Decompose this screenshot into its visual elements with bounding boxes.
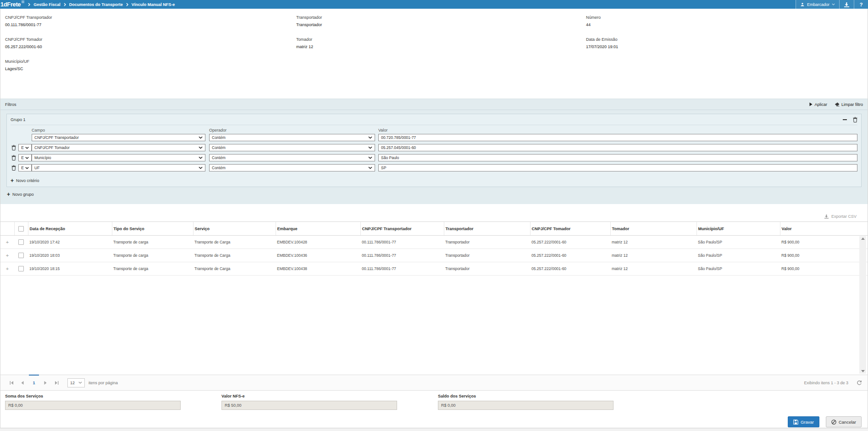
prev-page-button[interactable] bbox=[17, 375, 28, 390]
col-data-recepcao[interactable]: Data de Recepção bbox=[28, 222, 112, 236]
operador-select-value: Contém bbox=[212, 135, 226, 140]
page-size-value: 12 bbox=[70, 381, 75, 385]
field-label: CNPJ/CPF Transportador bbox=[5, 15, 296, 20]
col-municipio-uf[interactable]: Município/UF bbox=[697, 222, 780, 236]
field-value: 00.111.786/0001-77 bbox=[5, 22, 296, 27]
cancel-button[interactable]: Cancelar bbox=[826, 416, 862, 427]
app-logo[interactable]: 1dFrete bbox=[0, 0, 21, 9]
breadcrumb-documentos-transporte[interactable]: Documentos do Transporte bbox=[69, 2, 123, 7]
cell-tipo-servico: Transporte de carga bbox=[112, 249, 193, 262]
vertical-scrollbar[interactable] bbox=[859, 236, 866, 374]
campo-select[interactable]: CNPJ/CPF Transportador bbox=[32, 134, 205, 141]
valor-input[interactable] bbox=[378, 154, 857, 161]
filter-row: E Município Contém bbox=[11, 154, 857, 161]
logic-select-value: E bbox=[21, 145, 24, 150]
topbar: 1dFrete Gestão Fiscal Documentos do Tran… bbox=[0, 0, 868, 9]
delete-criteria-button[interactable] bbox=[11, 165, 17, 171]
operador-column-label: Operador bbox=[209, 128, 378, 133]
cell-embarque: EMBDEV.100428 bbox=[276, 236, 360, 249]
valor-nfse-field: Valor NFS-e R$ 50,00 bbox=[221, 394, 397, 414]
col-cnpj-transportador[interactable]: CNPJ/CPF Transportador bbox=[360, 222, 444, 236]
breadcrumb-vinculo-manual-nfse[interactable]: Vínculo Manual NFS-e bbox=[132, 2, 175, 7]
first-page-button[interactable] bbox=[6, 375, 17, 390]
cell-transportador: Transportador bbox=[444, 236, 530, 249]
delete-criteria-button[interactable] bbox=[11, 155, 17, 160]
download-button[interactable] bbox=[839, 0, 854, 9]
col-cnpj-tomador[interactable]: CNPJ/CPF Tomador bbox=[530, 222, 610, 236]
row-select-checkbox[interactable] bbox=[18, 266, 24, 271]
help-button[interactable]: ? bbox=[854, 0, 868, 9]
field-label: CNPJ/CPF Tomador bbox=[5, 37, 296, 42]
chevron-down-icon bbox=[368, 166, 372, 169]
soma-servicos-input: R$ 0,00 bbox=[5, 401, 181, 410]
chevron-down-icon bbox=[78, 381, 82, 384]
minus-icon bbox=[843, 119, 847, 120]
user-icon bbox=[800, 2, 805, 7]
row-select-checkbox[interactable] bbox=[18, 239, 24, 245]
chevron-right-icon bbox=[28, 3, 30, 6]
filter-group-title: Grupo 1 bbox=[11, 117, 26, 122]
page-number-current[interactable]: 1 bbox=[28, 375, 40, 390]
col-servico[interactable]: Serviço bbox=[193, 222, 276, 236]
expand-row-button[interactable]: + bbox=[6, 266, 9, 271]
trash-icon bbox=[853, 117, 857, 122]
apply-filter-button[interactable]: Aplicar bbox=[809, 102, 827, 107]
campo-select[interactable]: UF bbox=[32, 164, 205, 171]
col-transportador[interactable]: Transportador bbox=[444, 222, 530, 236]
field-label: Data de Emissão bbox=[586, 37, 868, 42]
col-tipo-servico[interactable]: Tipo do Serviço bbox=[112, 222, 193, 236]
logic-select[interactable]: E bbox=[18, 154, 32, 161]
chevron-down-icon bbox=[25, 147, 29, 149]
field-numero: Número 44 bbox=[586, 15, 868, 27]
select-all-checkbox[interactable] bbox=[18, 226, 24, 232]
last-page-button[interactable] bbox=[51, 375, 62, 390]
delete-criteria-button[interactable] bbox=[11, 145, 17, 150]
refresh-icon bbox=[857, 380, 862, 386]
valor-nfse-input: R$ 50,00 bbox=[221, 401, 397, 410]
document-info: CNPJ/CPF Transportador 00.111.786/0001-7… bbox=[0, 9, 868, 99]
refresh-button[interactable] bbox=[857, 380, 862, 386]
cell-data-recepcao: 19/10/2020 18:03 bbox=[28, 249, 112, 262]
clear-filter-button[interactable]: Limpar filtro bbox=[835, 102, 863, 107]
filter-column-labels: Campo Operador Valor bbox=[11, 128, 857, 133]
field-cnpj-tomador: CNPJ/CPF Tomador 05.257.222/0001-60 bbox=[5, 37, 296, 49]
col-valor[interactable]: Valor bbox=[780, 222, 868, 236]
valor-input[interactable] bbox=[378, 134, 857, 141]
operador-select[interactable]: Contém bbox=[209, 134, 375, 141]
save-button[interactable]: Gravar bbox=[788, 416, 819, 427]
col-tomador[interactable]: Tomador bbox=[610, 222, 697, 236]
operador-select[interactable]: Contém bbox=[209, 164, 375, 171]
campo-select-value: CNPJ/CPF Transportador bbox=[34, 135, 79, 140]
new-group-button[interactable]: + Novo grupo bbox=[7, 192, 34, 197]
totals-section: Soma dos Serviços R$ 0,00 Valor NFS-e R$… bbox=[0, 391, 868, 414]
operador-select[interactable]: Contém bbox=[209, 154, 375, 161]
logic-select[interactable]: E bbox=[18, 164, 32, 171]
col-embarque[interactable]: Embarque bbox=[276, 222, 360, 236]
row-select-checkbox[interactable] bbox=[18, 253, 24, 258]
export-csv-button[interactable]: Exportar CSV bbox=[0, 204, 868, 221]
soma-servicos-field: Soma dos Serviços R$ 0,00 bbox=[5, 394, 181, 414]
logic-select[interactable]: E bbox=[18, 144, 32, 151]
grid-header-row: Data de Recepção Tipo do Serviço Serviço… bbox=[0, 222, 868, 236]
campo-select[interactable]: Município bbox=[32, 154, 205, 161]
trash-icon bbox=[11, 155, 16, 160]
operador-select[interactable]: Contém bbox=[209, 144, 375, 151]
expand-row-button[interactable]: + bbox=[6, 253, 9, 258]
chevron-down-icon bbox=[368, 136, 372, 139]
field-label: Valor NFS-e bbox=[221, 394, 397, 398]
valor-input[interactable] bbox=[378, 164, 857, 171]
field-data-emissao: Data de Emissão 17/07/2020 19:01 bbox=[586, 37, 868, 49]
delete-group-button[interactable] bbox=[853, 117, 857, 122]
expand-row-button[interactable]: + bbox=[6, 239, 9, 245]
new-criteria-button[interactable]: + Novo critério bbox=[11, 178, 39, 183]
profile-menu-button[interactable]: Embarcador bbox=[796, 0, 839, 9]
campo-column-label: Campo bbox=[32, 128, 209, 133]
breadcrumb-gestao-fiscal[interactable]: Gestão Fiscal bbox=[33, 2, 61, 7]
valor-input[interactable] bbox=[378, 144, 857, 151]
campo-select[interactable]: CNPJ/CPF Tomador bbox=[32, 144, 205, 151]
field-label: Tomador bbox=[296, 37, 586, 42]
page-size-select[interactable]: 12 bbox=[67, 378, 85, 387]
filters-body: Grupo 1 Campo Operador Valor CNPJ/CPF Tr… bbox=[0, 110, 868, 204]
next-page-button[interactable] bbox=[40, 375, 51, 390]
collapse-group-button[interactable] bbox=[843, 119, 847, 120]
